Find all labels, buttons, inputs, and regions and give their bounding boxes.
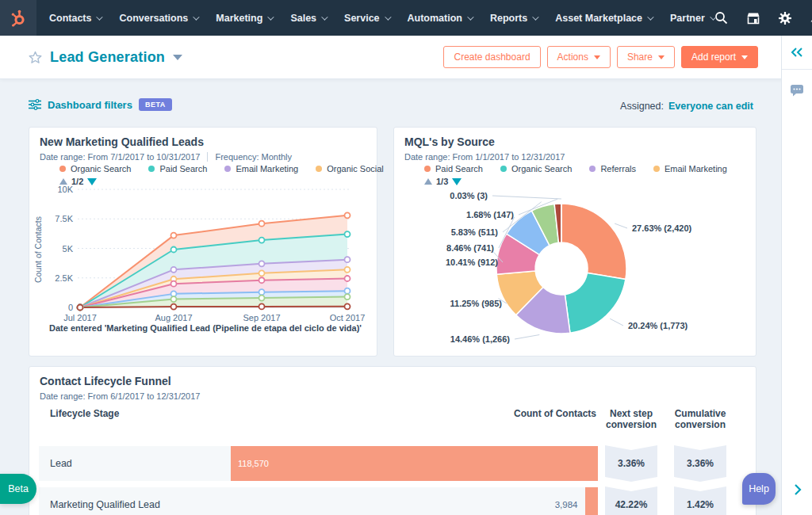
nav-item-label: Partner bbox=[670, 13, 705, 24]
favorite-star-icon[interactable] bbox=[29, 51, 42, 64]
slice-label: 14.46% (1,266) bbox=[450, 334, 511, 344]
nav-item-label: Reports bbox=[490, 13, 527, 24]
svg-text:0: 0 bbox=[68, 303, 73, 312]
create-dashboard-button[interactable]: Create dashboard bbox=[443, 46, 540, 68]
donut-slice-1[interactable] bbox=[561, 204, 626, 279]
date-range: Date range: From 6/1/2017 to 12/31/2017 bbox=[40, 391, 200, 401]
page-header: Lead Generation Create dashboard Actions… bbox=[0, 36, 812, 79]
legend-item-email-marketing[interactable]: Email Marketing bbox=[224, 164, 298, 174]
date-range: Date range: From 7/1/2017 to 10/31/2017 bbox=[40, 152, 200, 162]
hubspot-logo[interactable] bbox=[0, 0, 36, 36]
comments-panel-button[interactable] bbox=[782, 84, 812, 97]
caret-icon bbox=[658, 55, 665, 59]
column-header-count-of-contacts: Count of Contacts bbox=[514, 408, 596, 419]
nav-item-service[interactable]: Service bbox=[344, 13, 389, 24]
chevron-down-icon bbox=[97, 13, 103, 20]
nav-item-label: Asset Marketplace bbox=[555, 13, 642, 24]
funnel-bar: 118,570 bbox=[231, 446, 598, 481]
slice-label: 10.41% (912) bbox=[446, 258, 498, 267]
column-header-cumulative-conversion: Cumulative conversion bbox=[674, 408, 726, 430]
nav-item-sales[interactable]: Sales bbox=[290, 13, 326, 24]
badge-next-step-conversion: 42.22% bbox=[605, 486, 657, 515]
header-actions: Create dashboard Actions Share Add repor… bbox=[443, 46, 758, 68]
nav-item-partner[interactable]: Partner bbox=[670, 13, 714, 24]
column-header-lifecycle-stage: Lifecycle Stage bbox=[50, 408, 119, 419]
badge-cumulative-conversion: 1.42% bbox=[674, 486, 726, 515]
add-report-button[interactable]: Add report bbox=[681, 46, 758, 68]
nav-item-marketing[interactable]: Marketing bbox=[216, 13, 272, 24]
beta-pill-button[interactable]: Beta bbox=[0, 474, 36, 504]
top-navigation: ContactsConversationsMarketingSalesServi… bbox=[0, 0, 812, 36]
beta-badge: BETA bbox=[139, 98, 172, 111]
nav-menu: ContactsConversationsMarketingSalesServi… bbox=[36, 13, 714, 24]
dashboard-filters[interactable]: Dashboard filters BETA bbox=[29, 98, 172, 111]
slice-label: 0.03% (3) bbox=[450, 191, 488, 200]
new-mql-leads-card: New Marketing Qualified Leads Date range… bbox=[29, 127, 377, 357]
svg-text:10K: 10K bbox=[57, 185, 73, 194]
assigned-status: Assigned:Everyone can edit bbox=[620, 101, 753, 112]
chevron-down-icon bbox=[193, 13, 199, 20]
legend-item-organic-social[interactable]: Organic Social bbox=[316, 164, 384, 174]
nav-item-label: Service bbox=[344, 13, 379, 24]
collapse-panel-button[interactable] bbox=[782, 36, 812, 70]
nav-item-automation[interactable]: Automation bbox=[408, 13, 472, 24]
double-chevron-left-icon bbox=[791, 47, 803, 58]
legend-label: Organic Social bbox=[327, 164, 384, 174]
donut-slice-2[interactable] bbox=[565, 273, 625, 333]
marketplace-icon[interactable] bbox=[746, 11, 760, 25]
svg-text:Aug 2017: Aug 2017 bbox=[155, 313, 192, 322]
caret-icon bbox=[594, 55, 600, 59]
filter-sliders-icon bbox=[29, 99, 41, 110]
hubspot-sprocket-icon bbox=[10, 10, 27, 27]
nav-item-label: Marketing bbox=[216, 13, 262, 24]
help-button[interactable]: Help bbox=[742, 473, 776, 505]
funnel-count: 3,984 bbox=[555, 487, 578, 515]
svg-text:2.5K: 2.5K bbox=[55, 273, 73, 283]
actions-button[interactable]: Actions bbox=[547, 46, 611, 68]
legend-dot-icon bbox=[316, 166, 322, 172]
funnel-row-marketing-qualified-lead: Marketing Qualified Lead3,984 bbox=[39, 487, 598, 515]
nav-item-label: Contacts bbox=[49, 13, 91, 24]
share-button[interactable]: Share bbox=[617, 46, 675, 68]
assigned-label: Assigned: bbox=[620, 101, 664, 112]
nav-item-conversations[interactable]: Conversations bbox=[119, 13, 197, 24]
mql-by-source-card: MQL's by Source Date range: From 1/1/201… bbox=[393, 127, 756, 357]
legend-item-organic-search[interactable]: Organic Search bbox=[59, 164, 131, 174]
legend-label: Email Marketing bbox=[236, 164, 298, 174]
slice-label: 27.63% (2,420) bbox=[632, 223, 692, 233]
contact-lifecycle-funnel-card: Contact Lifecycle Funnel Date range: Fro… bbox=[29, 366, 756, 515]
nav-item-label: Sales bbox=[290, 13, 316, 24]
svg-text:Sep 2017: Sep 2017 bbox=[243, 313, 280, 322]
slice-label: 20.24% (1,773) bbox=[628, 321, 688, 330]
nav-item-label: Automation bbox=[408, 13, 462, 24]
assigned-link[interactable]: Everyone can edit bbox=[668, 101, 753, 112]
slice-label: 1.68% (147) bbox=[466, 210, 514, 219]
gear-icon[interactable] bbox=[778, 11, 792, 25]
legend-label: Organic Search bbox=[71, 164, 131, 174]
chevron-down-icon bbox=[385, 13, 391, 20]
chevron-down-icon bbox=[467, 13, 473, 20]
svg-text:Count of Contacts: Count of Contacts bbox=[33, 216, 43, 283]
legend-dot-icon bbox=[148, 166, 155, 172]
nav-item-asset-marketplace[interactable]: Asset Marketplace bbox=[555, 13, 652, 24]
funnel-row-lead: Lead118,570 bbox=[39, 446, 598, 481]
dashboard-picker-caret-icon[interactable] bbox=[173, 55, 182, 60]
hubspot-dashboard: ContactsConversationsMarketingSalesServi… bbox=[0, 0, 812, 515]
comment-icon bbox=[790, 84, 804, 97]
x-axis-title: Date entered 'Marketing Qualified Lead (… bbox=[48, 322, 362, 334]
legend-item-paid-search[interactable]: Paid Search bbox=[148, 164, 207, 174]
search-icon[interactable] bbox=[714, 11, 729, 25]
legend-label: Paid Search bbox=[159, 164, 207, 174]
chevron-right-icon bbox=[794, 483, 802, 496]
chevron-down-icon bbox=[647, 13, 653, 20]
next-panel-button[interactable] bbox=[782, 483, 812, 496]
right-sidebar-rail bbox=[781, 36, 812, 515]
column-header-next-step-conversion: Next step conversion bbox=[605, 408, 657, 430]
donut-chart: 27.63% (2,420)20.24% (1,773)14.46% (1,26… bbox=[394, 128, 756, 356]
nav-item-contacts[interactable]: Contacts bbox=[49, 13, 101, 24]
card-title: Contact Lifecycle Funnel bbox=[40, 375, 171, 387]
meta-divider bbox=[207, 152, 208, 162]
nav-item-reports[interactable]: Reports bbox=[490, 13, 537, 24]
slice-label: 11.25% (985) bbox=[450, 299, 503, 308]
legend-dot-icon bbox=[59, 166, 66, 172]
